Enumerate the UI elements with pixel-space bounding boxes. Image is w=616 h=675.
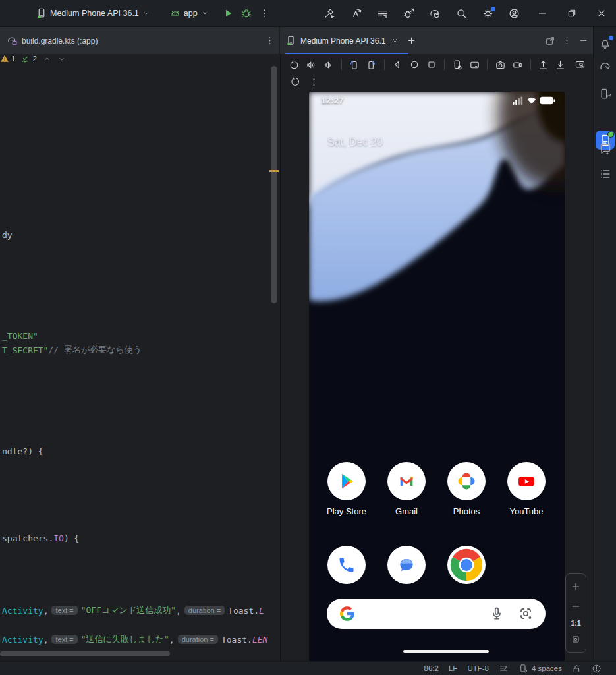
warnings-indicator[interactable]: 1 [0,54,15,63]
weak-warnings-indicator[interactable]: 2 [21,54,36,63]
code-text: ) { [64,533,79,543]
tool-gemini[interactable] [596,139,615,158]
indent-widget[interactable]: 4 spaces [518,664,562,674]
settings-button[interactable] [474,3,501,23]
download-button[interactable] [553,57,568,73]
line-separator[interactable]: LF [449,664,457,672]
prev-problem-icon[interactable] [43,55,51,63]
play-icon [222,7,234,19]
code-text: ndle?) { [2,446,43,456]
settings-notification-dot [491,7,495,11]
rotate-right-button[interactable] [364,57,379,73]
screen-record-button[interactable] [510,57,524,73]
app-label: Play Store [317,506,376,516]
app-photos[interactable] [447,462,486,500]
hide-panel-button[interactable] [574,32,592,49]
overview-button[interactable] [424,57,439,73]
app-play-store[interactable] [327,462,366,500]
google-lens-icon[interactable] [518,606,534,622]
profiler-button[interactable] [343,3,369,23]
run-button[interactable] [219,4,237,22]
unlock-icon[interactable] [572,664,582,674]
editor-tab-build-gradle[interactable]: build.gradle.kts (:app) [7,35,98,46]
mic-icon[interactable] [489,606,505,622]
panel-options-button[interactable] [559,32,574,49]
warning-stripe-marker[interactable] [269,170,279,172]
new-device-tab-button[interactable] [402,32,420,50]
emulator-more-button[interactable] [306,74,322,90]
photos-icon [457,471,476,491]
maximize-button[interactable] [557,0,586,26]
google-search-bar[interactable] [327,599,546,629]
camera-icon [495,59,506,71]
power-button[interactable] [287,57,301,73]
device-tab[interactable]: Medium Phone API 36.1 [285,27,399,54]
next-problem-icon[interactable] [57,55,66,63]
attach-debugger-button[interactable] [395,3,422,23]
home-button[interactable] [407,57,422,73]
messages-icon [397,556,416,574]
power-icon [289,59,300,71]
run-config-label: app [184,9,198,18]
back-button[interactable] [390,57,405,73]
notifications-button[interactable] [596,35,615,54]
device-selector[interactable]: Medium Phone API 36.1 [36,7,151,19]
close-button[interactable] [586,0,616,26]
build-run-button[interactable] [316,3,343,23]
open-in-window-button[interactable] [542,32,559,49]
debug-button[interactable] [237,4,256,22]
app-gmail[interactable] [387,462,426,500]
editor-tabs-more-button[interactable] [260,32,279,50]
cursor-position[interactable]: 86:2 [424,664,439,672]
file-encoding[interactable]: UTF-8 [467,664,489,672]
right-tool-strip [593,27,616,661]
hammer-run-icon [323,7,336,20]
account-button[interactable] [501,3,527,23]
warning-icon [0,54,9,63]
running-devices-tab-bar: Medium Phone API 36.1 [280,27,593,55]
task-list-button[interactable] [369,3,395,23]
tool-gradle[interactable] [596,57,615,76]
rotate-right-icon [366,59,377,71]
zoom-actual-size-button[interactable]: 1:1 [571,619,580,627]
home-circle-icon [409,59,420,70]
close-tab-icon[interactable] [391,36,399,45]
zoom-in-button[interactable] [569,579,583,594]
volume-up-button[interactable] [304,57,318,73]
zoom-out-button[interactable] [569,599,583,614]
tool-device-manager[interactable] [596,84,615,103]
dock-app-phone[interactable] [327,546,366,584]
gradle-sync-button[interactable] [422,3,448,23]
google-g-icon [339,605,356,622]
tool-structure[interactable] [596,164,615,183]
screen-search-button[interactable] [573,57,588,73]
zoom-fit-button[interactable] [569,632,583,647]
error-info-icon[interactable] [592,664,602,674]
dock-app-chrome[interactable] [447,546,486,584]
dock-app-messages[interactable] [387,546,426,584]
indentation-icon[interactable] [499,664,509,674]
device-settings-button[interactable] [450,57,464,73]
minimize-button[interactable] [527,0,557,26]
inlay-hint: text = [51,606,77,615]
device-icon [36,7,47,19]
kebab-icon [309,77,319,87]
emulator-toolbar-row1 [281,56,594,73]
run-config-selector[interactable]: app [169,7,210,19]
app-youtube[interactable] [507,462,546,500]
emulator-display[interactable]: 12:27 Sat, Dec 20 [309,92,565,661]
titlebar-more-button[interactable] [256,4,273,22]
search-everywhere-button[interactable] [448,3,474,23]
editor-vertical-scrollbar[interactable] [271,66,277,303]
volume-down-button[interactable] [321,57,335,73]
screenshot-button[interactable] [493,57,507,73]
upload-button[interactable] [536,57,551,73]
gesture-nav-handle[interactable] [403,650,489,653]
editor-horizontal-scrollbar[interactable] [0,651,170,656]
code-editor[interactable]: 1 2 dy _TOKEN" T_SECRET" // 署名が必要なら使う nd… [0,54,279,661]
reset-button[interactable] [287,74,303,90]
volume-up-icon [306,59,317,71]
rotate-left-button[interactable] [347,57,361,73]
inspections-widget[interactable]: 1 2 [0,54,279,63]
system-ui-button[interactable] [467,57,482,73]
